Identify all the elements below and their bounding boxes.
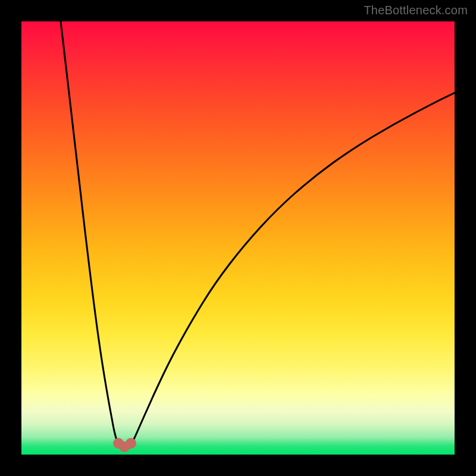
curve-right-arm [131,93,455,444]
plot-area [21,21,455,455]
curve-layer [21,21,455,455]
valley-marker [126,438,136,449]
watermark-text: TheBottleneck.com [364,4,468,17]
curve-left-arm [61,21,118,444]
valley-markers [113,438,136,452]
chart-frame: TheBottleneck.com [0,0,476,476]
